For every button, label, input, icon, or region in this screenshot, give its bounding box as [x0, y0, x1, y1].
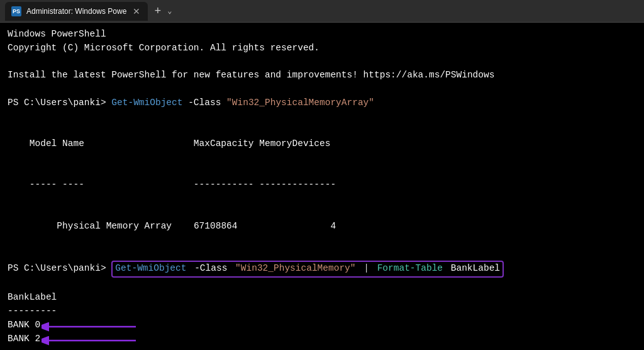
col-mem: MemoryDevices — [259, 138, 330, 149]
cmd1-keyword: Get-WmiObject — [111, 96, 182, 110]
table-header: Model Name MaxCapacity MemoryDevices — [8, 123, 636, 164]
table-row-1: Physical Memory Array 67108864 4 — [8, 206, 636, 247]
titlebar: PS Administrator: Windows Powe ✕ + ⌄ — [0, 0, 644, 23]
cmd2-pipe: | — [358, 262, 375, 276]
tab-icon: PS — [11, 6, 21, 16]
blank-line-5 — [8, 278, 636, 291]
prompt-2: PS C:\Users\panki> — [8, 262, 111, 276]
install-notice: Install the latest PowerShell for new fe… — [8, 69, 636, 82]
blank-line-1 — [8, 55, 636, 69]
table-separator: ----- ---- ----------- -------------- — [8, 165, 636, 206]
new-tab-button[interactable]: + — [150, 5, 165, 18]
bank2-line: BANK 2 — [8, 332, 636, 346]
row-max: 67108864 — [194, 221, 238, 231]
cmd2-param: -Class — [189, 262, 233, 276]
bank-label-header: BankLabel — [8, 291, 636, 305]
prompt-1: PS C:\Users\panki> — [8, 96, 111, 110]
bank-label-separator: --------- — [8, 305, 636, 319]
cmd2-arg: BankLabel — [445, 262, 500, 276]
ps-header-line1: Windows PowerShell — [8, 28, 636, 42]
blank-line-4 — [8, 247, 636, 261]
cmd2-string: "Win32_PhysicalMemory" — [235, 262, 355, 276]
blank-line-3 — [8, 110, 636, 124]
cmd1-string: "Win32_PhysicalMemoryArray" — [226, 96, 374, 110]
col-model: Model Name — [30, 138, 84, 149]
tab-dropdown-button[interactable]: ⌄ — [167, 6, 172, 16]
bank0-arrow — [42, 320, 142, 334]
blank-line-2 — [8, 82, 636, 96]
tab-close-button[interactable]: ✕ — [131, 6, 142, 16]
command-line-1: PS C:\Users\panki> Get-WmiObject -Class … — [8, 96, 636, 110]
row-mem: 4 — [330, 221, 336, 231]
terminal-window[interactable]: Windows PowerShell Copyright (C) Microso… — [0, 23, 644, 350]
bank2-arrow — [42, 334, 142, 347]
cmd2-cmdlet: Format-Table — [377, 262, 443, 276]
bank0-line: BANK 0 — [8, 319, 636, 332]
tab-area: PS Administrator: Windows Powe ✕ + ⌄ — [5, 0, 639, 22]
command-line-2: PS C:\Users\panki> Get-WmiObject -Class … — [8, 261, 636, 278]
col-max: MaxCapacity — [194, 138, 254, 149]
cmd2-keyword: Get-WmiObject — [115, 262, 186, 276]
cmd1-param: -Class — [182, 96, 226, 110]
row-name: Physical Memory Array — [30, 221, 172, 231]
bank2-label: BANK 2 — [8, 332, 40, 346]
bank0-label: BANK 0 — [8, 319, 40, 332]
tab-label: Administrator: Windows Powe — [26, 7, 126, 16]
ps-header-line2: Copyright (C) Microsoft Corporation. All… — [8, 42, 636, 55]
highlighted-command: Get-WmiObject -Class "Win32_PhysicalMemo… — [111, 261, 504, 278]
active-tab[interactable]: PS Administrator: Windows Powe ✕ — [5, 2, 148, 21]
